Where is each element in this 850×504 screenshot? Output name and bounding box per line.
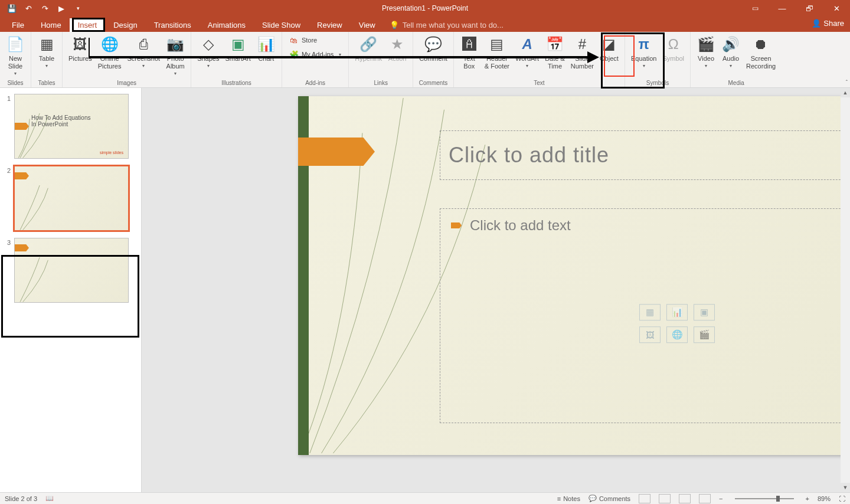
chevron-down-icon: ▾ — [14, 71, 17, 77]
zoom-slider-thumb[interactable] — [776, 496, 780, 502]
content-placeholder[interactable]: Click to add text ▦ 📊 ▣ 🖼 🌐 🎬 — [440, 208, 850, 423]
zoom-out-button[interactable]: − — [719, 495, 722, 502]
insert-online-picture-icon[interactable]: 🌐 — [666, 326, 688, 343]
slide-indicator[interactable]: Slide 2 of 3 — [5, 495, 37, 502]
slide-sorter-view-button[interactable] — [659, 494, 671, 503]
scroll-up-icon[interactable]: ▲ — [841, 88, 850, 97]
comments-label: Comments — [599, 495, 630, 502]
shapes-button[interactable]: ◇Shapes▾ — [195, 34, 221, 70]
tab-review[interactable]: Review — [309, 18, 351, 32]
online-pictures-button[interactable]: 🌐Online Pictures — [96, 34, 124, 71]
collapse-ribbon-icon[interactable]: ˆ — [846, 80, 848, 86]
save-icon[interactable]: 💾 — [7, 4, 17, 13]
group-media: 🎬Video▾ 🔊Audio▾ ⏺Screen Recording Media — [691, 32, 782, 87]
title-placeholder[interactable]: Click to add title — [440, 130, 850, 180]
screenshot-button[interactable]: ⎙Screenshot▾ — [125, 34, 163, 70]
my-addins-button[interactable]: 🧩My Add-ins▾ — [286, 48, 345, 61]
photo-album-button[interactable]: 📷Photo Album▾ — [164, 34, 187, 78]
pictures-button[interactable]: 🖼Pictures — [66, 34, 94, 64]
date-time-button[interactable]: 📅Date & Time — [542, 34, 567, 71]
title-bar: 💾 ↶ ↷ ▶ ▾ Presentation1 - PowerPoint ▭ —… — [0, 0, 850, 17]
undo-icon[interactable]: ↶ — [24, 4, 33, 13]
thumbnail-preview[interactable]: How To Add Equations In PowerPoint simpl… — [14, 94, 129, 159]
tab-home[interactable]: Home — [32, 18, 70, 32]
slide-canvas[interactable]: Click to add title Click to add text ▦ 📊… — [298, 96, 850, 455]
maximize-button[interactable]: 🗗 — [796, 0, 823, 17]
date-time-icon: 📅 — [546, 35, 564, 54]
insert-video-icon[interactable]: 🎬 — [694, 326, 715, 343]
shapes-label: Shapes — [197, 55, 219, 63]
group-addins: 🛍Store 🧩My Add-ins▾ Add-ins — [282, 32, 349, 87]
tab-file[interactable]: File — [4, 18, 32, 32]
minimize-button[interactable]: — — [769, 0, 796, 17]
comments-button[interactable]: 💬Comments — [589, 495, 630, 502]
equation-button[interactable]: πEquation▾ — [629, 34, 659, 70]
chevron-down-icon: ▾ — [526, 63, 528, 69]
group-label-media: Media — [728, 79, 744, 87]
slide-thumbnails-pane[interactable]: 1 How To Add Equations In PowerPoint sim… — [0, 88, 142, 492]
comment-button[interactable]: 💬Comment — [417, 34, 450, 64]
insert-picture-icon[interactable]: 🖼 — [639, 326, 661, 343]
text-box-label: Text Box — [463, 55, 475, 70]
audio-icon: 🔊 — [722, 35, 740, 54]
addins-icon: 🧩 — [289, 50, 299, 59]
ribbon-display-icon[interactable]: ▭ — [741, 0, 769, 17]
share-button[interactable]: 👤 Share — [812, 19, 844, 28]
table-button[interactable]: ▦ Table ▾ — [35, 34, 58, 70]
thumbnail-preview[interactable] — [14, 166, 129, 231]
fit-to-window-button[interactable]: ⛶ — [839, 495, 845, 502]
insert-table-icon[interactable]: ▦ — [639, 304, 661, 320]
tab-animations[interactable]: Animations — [200, 18, 254, 32]
zoom-value[interactable]: 89% — [818, 495, 831, 502]
normal-view-button[interactable] — [639, 494, 650, 503]
qat-dropdown-icon[interactable]: ▾ — [73, 4, 83, 13]
new-slide-label: New Slide — [8, 55, 22, 70]
group-slides: 📄 New Slide ▾ Slides — [0, 32, 31, 87]
new-slide-button[interactable]: 📄 New Slide ▾ — [4, 34, 27, 78]
vertical-scrollbar[interactable]: ▲ ▼ — [841, 88, 850, 492]
insert-chart-icon[interactable]: 📊 — [666, 304, 688, 320]
redo-icon[interactable]: ↷ — [40, 4, 50, 13]
scroll-down-icon[interactable]: ▼ — [841, 483, 850, 492]
start-slideshow-icon[interactable]: ▶ — [57, 4, 66, 13]
table-label: Table — [39, 55, 54, 63]
tab-insert[interactable]: Insert — [70, 18, 106, 32]
chart-button[interactable]: 📊Chart — [254, 34, 278, 64]
thumbnail-2[interactable]: 2 — [4, 166, 138, 231]
zoom-in-button[interactable]: + — [806, 495, 809, 502]
thumbnail-3[interactable]: 3 — [4, 238, 138, 303]
text-box-button[interactable]: 🅰Text Box — [457, 34, 481, 71]
insert-smartart-icon[interactable]: ▣ — [694, 304, 715, 320]
notes-button[interactable]: ≡Notes — [557, 495, 580, 502]
share-label: Share — [823, 19, 844, 28]
slide-editor-area[interactable]: Click to add title Click to add text ▦ 📊… — [142, 88, 850, 492]
store-button[interactable]: 🛍Store — [286, 34, 345, 47]
object-icon: ◪ — [602, 35, 616, 54]
smartart-button[interactable]: ▣SmartArt — [223, 34, 253, 64]
date-time-label: Date & Time — [545, 55, 565, 70]
group-label-symbols: Symbols — [646, 79, 669, 87]
audio-button[interactable]: 🔊Audio▾ — [719, 34, 743, 70]
thumb-number: 3 — [4, 238, 11, 303]
video-button[interactable]: 🎬Video▾ — [694, 34, 718, 70]
wordart-button[interactable]: AWordArt▾ — [513, 34, 541, 70]
zoom-slider[interactable] — [735, 498, 794, 499]
screen-recording-button[interactable]: ⏺Screen Recording — [744, 34, 778, 71]
chevron-down-icon: ▾ — [339, 52, 341, 57]
slideshow-view-button[interactable] — [699, 494, 711, 503]
quick-access-toolbar: 💾 ↶ ↷ ▶ ▾ — [0, 4, 83, 13]
tab-design[interactable]: Design — [105, 18, 145, 32]
store-icon: 🛍 — [289, 35, 299, 45]
close-button[interactable]: ✕ — [823, 0, 850, 17]
tab-transitions[interactable]: Transitions — [146, 18, 200, 32]
tab-view[interactable]: View — [351, 18, 384, 32]
reading-view-button[interactable] — [679, 494, 691, 503]
object-button[interactable]: ◪Object — [597, 34, 621, 64]
tell-me-search[interactable]: 💡 Tell me what you want to do... — [384, 18, 509, 32]
spellcheck-icon[interactable]: 📖 — [45, 495, 54, 502]
slide-number-button[interactable]: #Slide Number — [568, 34, 596, 71]
header-footer-button[interactable]: ▤Header & Footer — [482, 34, 512, 71]
thumbnail-1[interactable]: 1 How To Add Equations In PowerPoint sim… — [4, 94, 138, 159]
thumbnail-preview[interactable] — [14, 238, 129, 303]
tab-slideshow[interactable]: Slide Show — [254, 18, 309, 32]
